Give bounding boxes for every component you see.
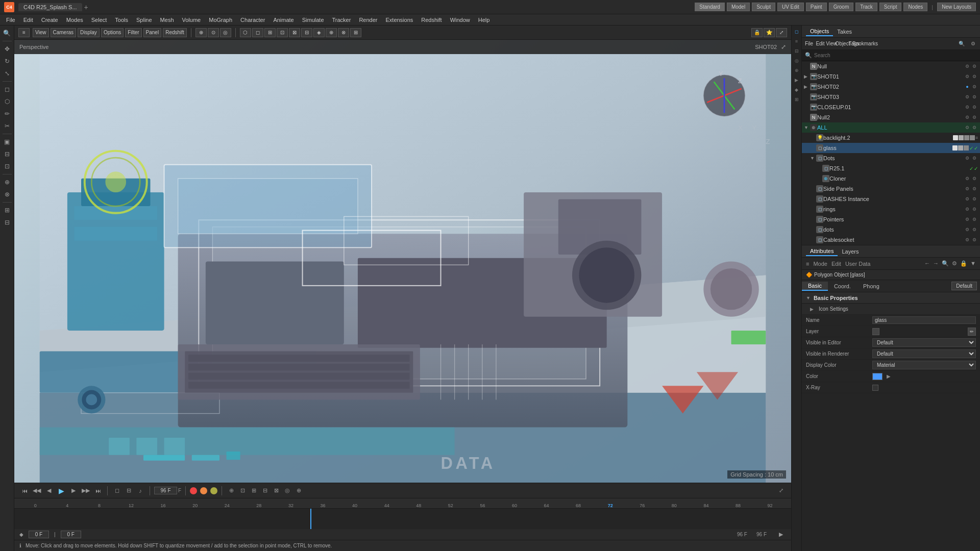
vp-extra-4[interactable]: ⊡ (277, 28, 288, 37)
menu-window[interactable]: Window (446, 16, 474, 24)
menu-character[interactable]: Character (236, 16, 269, 24)
local-axis[interactable]: ⊗ (2, 189, 13, 200)
attr-edit-btn[interactable]: Edit (830, 260, 842, 268)
xray-checkbox[interactable] (872, 385, 878, 391)
layout-paint[interactable]: Paint (806, 3, 827, 11)
fc-right-btn[interactable]: ▶ (776, 530, 786, 540)
vp-extra-7[interactable]: ◈ (313, 28, 325, 37)
obj-settings-btn[interactable]: ⚙ (968, 39, 978, 48)
layout-model[interactable]: Model (727, 3, 750, 11)
attr-forward-btn[interactable]: → (932, 259, 940, 268)
attr-mode-btn[interactable]: Mode (812, 260, 828, 268)
obj-bookmarks-btn[interactable]: Bookmarks (860, 39, 870, 48)
new-tab-btn[interactable]: + (84, 3, 88, 11)
menu-extensions[interactable]: Extensions (381, 16, 417, 24)
obj-row-dots2[interactable]: ◻ dots ⚙ ⚙ (802, 224, 980, 235)
menu-help[interactable]: Help (474, 16, 494, 24)
ri-attr-btn[interactable]: ≡ (793, 37, 801, 45)
obj-row-pointers[interactable]: ◻ Pointers ⚙ ⚙ (802, 214, 980, 224)
scale-tool[interactable]: ⤡ (2, 68, 13, 79)
vp-extra-10[interactable]: ⊞ (350, 28, 361, 37)
attr-settings-btn[interactable]: ⚙ (951, 259, 958, 268)
record-btn[interactable] (190, 487, 197, 494)
attr-more-btn[interactable]: ▼ (969, 259, 977, 268)
polygon-mode[interactable]: ▣ (2, 136, 13, 147)
layout-sculpt[interactable]: Sculpt (752, 3, 775, 11)
point-mode[interactable]: ⊡ (2, 161, 13, 172)
view-btn[interactable]: View (33, 28, 49, 37)
prev-frame-btn[interactable]: ◀◀ (32, 486, 42, 496)
obj-file-btn[interactable]: File (804, 39, 814, 48)
viewport-maximize-btn[interactable]: ⤢ (781, 43, 786, 51)
obj-edit-btn[interactable]: Edit (815, 39, 825, 48)
vp-maximize-btn[interactable]: ⤢ (776, 28, 787, 37)
tl-extra-4[interactable]: ⊟ (260, 486, 270, 496)
icon-settings-row[interactable]: ▶ Icon Settings (802, 304, 980, 315)
menu-select[interactable]: Select (87, 16, 111, 24)
obj-row-shot02[interactable]: ▶ 📷 SHOT02 ● ⚙ (802, 82, 980, 92)
panel-btn[interactable]: Panel (143, 28, 162, 37)
menu-redshift[interactable]: Redshift (417, 16, 446, 24)
redshift-vp-btn[interactable]: Redshift (163, 28, 187, 37)
layout-uvedit[interactable]: UV Edit (777, 3, 804, 11)
menu-spline[interactable]: Spline (132, 16, 156, 24)
ri-objects-btn[interactable]: ◻ (793, 28, 801, 36)
next-frame-btn[interactable]: ▶▶ (81, 486, 91, 496)
obj-row-cloner[interactable]: ⊕ Cloner ⚙ ⚙ (802, 173, 980, 184)
layout-track[interactable]: Track (855, 3, 877, 11)
keyframe-mode-btn[interactable]: ◻ (112, 486, 122, 496)
layout-script[interactable]: Script (879, 3, 902, 11)
attr-back-btn[interactable]: ← (923, 259, 931, 268)
start-frame-input[interactable] (29, 531, 49, 538)
attr-tab-coord[interactable]: Coord. (828, 282, 857, 290)
layout-nodes[interactable]: Nodes (903, 3, 927, 11)
display-color-select[interactable]: Material Layer Custom (872, 361, 976, 369)
obj-row-shot03[interactable]: 📷 SHOT03 ⚙ ⚙ (802, 92, 980, 102)
sound-btn[interactable]: ♪ (135, 486, 145, 496)
viewport[interactable]: Perspective SHOT02 ⤢ (14, 40, 791, 483)
menu-tracker[interactable]: Tracker (328, 16, 355, 24)
menu-modes[interactable]: Modes (62, 16, 87, 24)
select-tool[interactable]: ◻ (2, 84, 13, 95)
menu-mograph[interactable]: MoGraph (205, 16, 236, 24)
attr-search-btn[interactable]: 🔍 (941, 259, 950, 268)
ri-layer-btn[interactable]: ⊟ (793, 47, 801, 55)
timeline-track[interactable] (14, 509, 791, 529)
color-swatch[interactable] (872, 373, 883, 380)
vp-extra-1[interactable]: ⬡ (240, 28, 251, 37)
obj-row-cablesocket[interactable]: ◻ Cablesocket ⚙ ⚙ (802, 235, 980, 245)
menu-file[interactable]: File (2, 16, 19, 24)
record-btn2[interactable] (200, 487, 207, 494)
end-frame-input[interactable] (61, 531, 81, 538)
objects-tab[interactable]: Objects (806, 27, 833, 36)
search-input[interactable] (814, 53, 977, 58)
vp-extra-6[interactable]: ⊟ (301, 28, 312, 37)
attr-tab-phong[interactable]: Phong (857, 282, 886, 290)
ri-render-btn[interactable]: ▶ (793, 76, 801, 84)
menu-volume[interactable]: Volume (178, 16, 205, 24)
tl-extra-1[interactable]: ⊕ (226, 486, 236, 496)
prev-key-btn[interactable]: ◀ (44, 486, 54, 496)
vp-extra-8[interactable]: ⊕ (326, 28, 337, 37)
ri-timeline-btn[interactable]: ⊞ (793, 95, 801, 104)
obj-row-backlight2[interactable]: 💡 backlight.2 ≡ (802, 133, 980, 143)
vp-bookmark-btn[interactable]: ⭐ (764, 28, 775, 37)
vp-extra-3[interactable]: ⊞ (264, 28, 276, 37)
motion-clip-btn[interactable]: ⊟ (124, 486, 134, 496)
filter-btn[interactable]: Filter (125, 28, 141, 37)
vp-extra-9[interactable]: ⊗ (338, 28, 349, 37)
obj-row-dots[interactable]: ▼ ◻ Dots ⚙ ⚙ (802, 153, 980, 163)
pan-btn[interactable]: ⊕ (195, 28, 207, 37)
record-btn3[interactable] (210, 487, 217, 494)
obj-row-glass[interactable]: ◻ glass ✓ ✓ (802, 143, 980, 153)
search-tool[interactable]: 🔍 (2, 28, 13, 39)
menu-create[interactable]: Create (37, 16, 62, 24)
display-btn[interactable]: Display (78, 28, 100, 37)
obj-row-closeup01[interactable]: 📷 CLOSEUP.01 ⚙ ⚙ (802, 102, 980, 112)
ri-mat-btn[interactable]: ◎ (793, 57, 801, 65)
ri-anim-btn[interactable]: ◆ (793, 86, 801, 94)
current-frame-input[interactable] (154, 487, 177, 494)
menu-edit[interactable]: Edit (19, 16, 37, 24)
layout-standard[interactable]: Standard (695, 3, 725, 11)
attr-name-input[interactable] (872, 316, 976, 324)
